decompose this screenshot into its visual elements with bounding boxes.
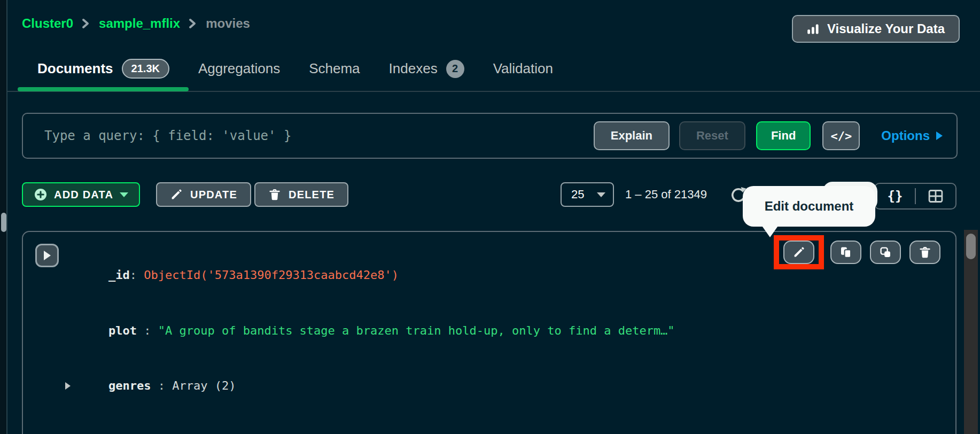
edit-document-tooltip: Edit document <box>743 186 875 227</box>
pagination-range: 1 – 25 of 21349 <box>625 182 707 207</box>
delete-label: DELETE <box>289 189 335 201</box>
tab-aggregations[interactable]: Aggregations <box>198 60 280 77</box>
field-key: genres <box>108 379 151 392</box>
tooltip-tail <box>761 224 779 237</box>
indexes-count-badge: 2 <box>446 60 464 78</box>
code-icon: </> <box>830 129 852 143</box>
field-key: plot <box>108 324 137 337</box>
breadcrumb: Cluster0 sample_mflix movies <box>22 16 250 31</box>
page-size-value: 25 <box>571 188 584 201</box>
document-field-row: genres : Array (2) <box>80 358 764 413</box>
expand-arrow-icon[interactable] <box>65 382 71 390</box>
tab-schema[interactable]: Schema <box>309 60 360 77</box>
scrollbar-track <box>964 230 978 434</box>
field-separator: : <box>130 268 144 282</box>
document-field-row: _id: ObjectId('573a1390f29313caabcd42e8'… <box>80 248 764 303</box>
tab-documents[interactable]: Documents 21.3K <box>37 59 169 79</box>
tab-aggregations-label: Aggregations <box>198 60 280 77</box>
query-input[interactable]: Type a query: { field: 'value' } <box>44 128 594 143</box>
chevron-down-icon <box>597 192 605 197</box>
tooltip-label: Edit document <box>765 199 854 214</box>
delete-button[interactable]: DELETE <box>254 182 348 207</box>
tab-validation-label: Validation <box>493 60 553 77</box>
visualize-your-data-button[interactable]: Visualize Your Data <box>792 15 960 43</box>
breadcrumb-cluster[interactable]: Cluster0 <box>22 16 73 31</box>
tab-documents-label: Documents <box>37 60 113 77</box>
plus-circle-icon <box>34 188 48 201</box>
add-data-button[interactable]: ADD DATA <box>22 182 140 207</box>
document-fields: _id: ObjectId('573a1390f29313caabcd42e8'… <box>80 248 764 434</box>
pencil-icon <box>792 246 805 259</box>
bar-chart-icon <box>807 22 820 35</box>
scrollbar-thumb[interactable] <box>966 234 976 259</box>
view-switcher: {} <box>874 183 956 210</box>
chevron-right-icon <box>936 131 943 140</box>
document-field-row: plot : "A group of bandits stage a braze… <box>80 303 764 358</box>
document-field-row: runtime : 11 <box>80 414 764 434</box>
options-label: Options <box>881 128 930 143</box>
add-data-label: ADD DATA <box>54 189 113 201</box>
explain-button[interactable]: Explain <box>594 121 670 150</box>
table-view-icon <box>928 189 943 203</box>
code-toggle-button[interactable]: </> <box>822 121 860 150</box>
field-separator: : <box>151 379 172 392</box>
braces-icon: {} <box>888 189 903 204</box>
active-tab-underline <box>18 87 189 91</box>
chevron-right-icon <box>189 18 197 29</box>
tab-bar: Documents 21.3K Aggregations Schema Inde… <box>37 59 553 79</box>
play-icon <box>44 251 51 260</box>
find-button[interactable]: Find <box>756 121 811 150</box>
json-view-button[interactable]: {} <box>875 184 915 208</box>
tab-schema-label: Schema <box>309 60 360 77</box>
trash-icon <box>919 246 931 259</box>
table-view-button[interactable] <box>916 184 955 208</box>
delete-document-button[interactable] <box>909 241 940 264</box>
pencil-icon <box>170 188 183 201</box>
field-value: ObjectId('573a1390f29313caabcd42e8') <box>144 268 399 282</box>
chevron-down-icon <box>120 192 128 197</box>
tab-validation[interactable]: Validation <box>493 60 553 77</box>
query-bar: Type a query: { field: 'value' } Explain… <box>22 113 958 159</box>
visualize-your-data-label: Visualize Your Data <box>827 21 945 36</box>
tab-indexes-label: Indexes <box>389 60 438 77</box>
tab-indexes[interactable]: Indexes 2 <box>389 60 464 78</box>
documents-count-badge: 21.3K <box>122 59 169 79</box>
sidebar-drag-handle[interactable] <box>1 213 6 232</box>
clone-icon <box>879 246 892 259</box>
reset-button[interactable]: Reset <box>679 121 745 150</box>
expand-document-button[interactable] <box>35 244 59 267</box>
edit-document-button[interactable] <box>783 241 814 264</box>
clone-document-button[interactable] <box>870 241 901 264</box>
copy-icon <box>839 246 852 259</box>
trash-icon <box>268 188 281 201</box>
update-button[interactable]: UPDATE <box>156 182 251 207</box>
field-value: "A group of bandits stage a brazen train… <box>158 324 675 337</box>
page-size-select[interactable]: 25 <box>561 182 614 207</box>
field-separator: : <box>137 324 158 337</box>
field-key: _id <box>108 268 130 282</box>
copy-document-button[interactable] <box>830 241 861 264</box>
breadcrumb-database[interactable]: sample_mflix <box>99 16 180 31</box>
field-value: Array (2) <box>172 379 236 392</box>
update-label: UPDATE <box>190 189 237 201</box>
breadcrumb-collection: movies <box>206 16 250 31</box>
chevron-right-icon <box>82 18 90 29</box>
options-toggle[interactable]: Options <box>881 128 943 143</box>
